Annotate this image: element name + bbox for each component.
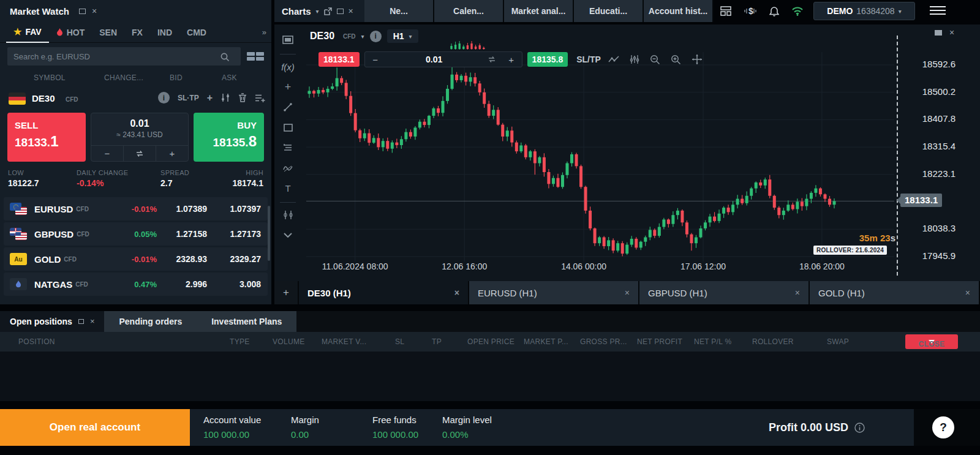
candle-chart-type-icon[interactable] (627, 51, 643, 67)
pan-move-icon[interactable] (689, 51, 705, 67)
add-order-icon[interactable]: + (207, 92, 213, 103)
main-menu-button[interactable] (930, 6, 946, 17)
market-watch-tab-cmd[interactable]: CMD (179, 22, 214, 43)
chart-tab-gbpusd-h1[interactable]: GBPUSD (H1)× (639, 281, 809, 304)
add-to-list-icon[interactable] (255, 94, 265, 102)
line-chart-type-icon[interactable] (606, 51, 622, 67)
chart-tab-eurusd-h1[interactable]: EURUSD (H1)× (469, 281, 638, 304)
chart-buy-badge[interactable]: 18135.8 (527, 52, 568, 67)
stat-value: 100 000.00 (372, 429, 418, 440)
tab-investment-plans[interactable]: Investment Plans (197, 311, 296, 332)
column-header-tp: TP (432, 337, 442, 346)
notifications-bell-icon[interactable] (769, 6, 779, 17)
chart-tab-gold-h1[interactable]: GOLD (H1)× (810, 281, 979, 304)
time-tick: 18.06 20:00 (799, 261, 845, 271)
list-view-toggle-icon[interactable] (247, 52, 264, 61)
chart-sltp-button[interactable]: SL/TP (576, 55, 601, 64)
chart-close-icon[interactable]: × (949, 28, 954, 37)
charts-maximize-icon[interactable] (337, 9, 344, 14)
chart-tab-close-icon[interactable]: × (625, 288, 630, 298)
chart-volume-refresh-icon[interactable] (483, 56, 501, 63)
fibonacci-tool-icon[interactable] (279, 138, 297, 157)
chart-volume-increase[interactable]: + (501, 55, 522, 65)
text-tool-icon[interactable]: T (279, 179, 297, 197)
symbol-row-gbpusd[interactable]: GBPUSDCFD0.05%1.271581.27173 (4, 222, 268, 246)
chart-tab-label: DE30 (H1) (307, 288, 454, 298)
chart-volume-decrease[interactable]: − (365, 55, 386, 65)
nav-tab-ne[interactable]: Ne... (364, 0, 433, 22)
candlestick-chart[interactable] (306, 52, 894, 269)
elliott-wave-tool-icon[interactable] (279, 159, 297, 177)
symbol-row-eurusd[interactable]: EURUSDCFD-0.01%1.073891.07397 (4, 197, 268, 220)
chart-info-icon[interactable]: i (370, 31, 382, 42)
chart-type-icon[interactable] (279, 31, 297, 49)
charts-dropdown-icon[interactable]: ▾ (316, 8, 319, 15)
stat-label: DAILY CHANGE (77, 169, 129, 176)
timeframe-selector[interactable]: H1 ▾ (387, 29, 418, 43)
chart-minimize-icon[interactable] (935, 30, 942, 36)
nav-tab-educati[interactable]: Educati... (574, 0, 643, 22)
account-selector[interactable]: DEMO 16384208 ▾ (813, 2, 915, 20)
volume-decrease-button[interactable]: − (91, 146, 123, 161)
nav-tab-market-anal[interactable]: Market anal... (504, 0, 573, 22)
column-header-ask: ASK (222, 73, 237, 82)
gold-icon: Au (10, 253, 27, 265)
symbol-name: EURUSD (34, 204, 73, 214)
tab-open-positions[interactable]: Open positions × (0, 311, 104, 332)
instrument-header-row[interactable]: DE30 CFD i SL·TP + (0, 87, 271, 110)
zoom-in-icon[interactable] (668, 51, 684, 67)
sltp-toggle[interactable]: SL·TP (178, 94, 199, 102)
change-percent: -0.01% (105, 255, 157, 264)
open-in-new-icon[interactable] (324, 7, 332, 15)
workspace-layout-icon[interactable] (720, 6, 731, 16)
market-watch-tab-fav[interactable]: ★FAV (6, 22, 49, 43)
toolbar-expand-chevron-icon[interactable] (279, 226, 297, 244)
chart-tab-close-icon[interactable]: × (965, 288, 970, 298)
chart-tab-close-icon[interactable]: × (795, 288, 800, 298)
market-watch-close-icon[interactable]: × (92, 7, 97, 15)
crosshair-add-icon[interactable]: + (279, 78, 297, 96)
instrument-info-icon[interactable]: i (158, 92, 170, 103)
positions-maximize-icon[interactable] (78, 319, 84, 324)
delete-trash-icon[interactable] (238, 93, 247, 102)
chart-symbol-dropdown-icon[interactable]: ▾ (361, 33, 364, 40)
market-depth-icon[interactable] (221, 93, 230, 102)
profit-info-icon[interactable] (854, 423, 865, 433)
sell-button[interactable]: SELL 18133.1 (7, 113, 86, 162)
column-header-position: POSITION (18, 337, 55, 346)
svg-text:$: $ (748, 6, 753, 16)
nav-tab-account-hist[interactable]: Account hist... (644, 0, 712, 22)
market-watch-tab-ind[interactable]: IND (150, 22, 179, 43)
rectangle-tool-icon[interactable] (279, 118, 297, 137)
help-button[interactable]: ? (932, 416, 954, 438)
market-watch-tab-fx[interactable]: FX (124, 22, 150, 43)
open-real-account-button[interactable]: Open real account (0, 409, 190, 446)
tab-pending-orders[interactable]: Pending orders (104, 311, 197, 332)
chart-sell-badge[interactable]: 18133.1 (318, 52, 360, 67)
symbol-row-gold[interactable]: AuGOLDCFD-0.01%2328.932329.27 (4, 247, 268, 271)
close-all-button[interactable]: CLOSE (905, 334, 958, 349)
market-watch-tab-hot[interactable]: HOT (49, 22, 92, 43)
positions-close-icon[interactable]: × (90, 317, 95, 326)
nav-tab-calen[interactable]: Calen... (434, 0, 503, 22)
buy-button[interactable]: BUY 18135.8 (194, 113, 264, 162)
volume-increase-button[interactable]: + (156, 146, 188, 161)
profit-value: Profit 0.00 USD (769, 421, 848, 434)
scrollbar[interactable] (268, 206, 270, 261)
market-watch-tab-sen[interactable]: SEN (92, 22, 124, 43)
trendline-tool-icon[interactable] (279, 98, 297, 116)
add-chart-tab-button[interactable]: + (274, 281, 298, 304)
trading-platform: Market Watch × Charts ▾ × Ne...Calen...M… (0, 0, 980, 455)
charts-close-icon[interactable]: × (349, 7, 353, 15)
indicators-icon[interactable]: f(x) (279, 58, 297, 76)
chart-tab-close-icon[interactable]: × (454, 288, 459, 298)
market-watch-maximize-icon[interactable] (79, 9, 86, 14)
currency-icon[interactable]: $ (744, 6, 757, 16)
chart-tab-de30-h1[interactable]: DE30 (H1)× (299, 281, 468, 304)
compare-symbols-icon[interactable] (279, 206, 297, 224)
search-input[interactable] (7, 47, 241, 66)
volume-refresh-button[interactable] (123, 146, 156, 161)
more-tabs-icon[interactable]: » (262, 28, 265, 37)
symbol-row-natgas[interactable]: NATGASCFD0.47%2.9963.008 (4, 273, 268, 296)
zoom-out-icon[interactable] (647, 51, 663, 67)
